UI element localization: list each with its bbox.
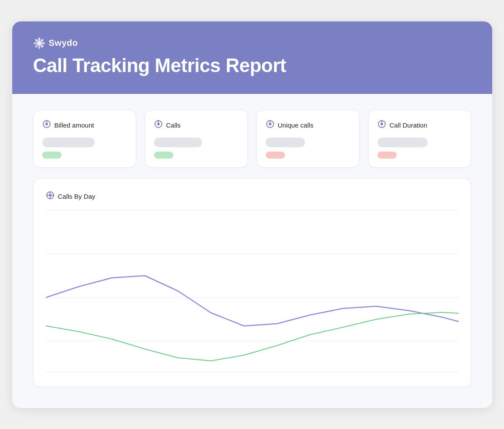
- svg-point-7: [34, 42, 37, 44]
- chart-header: Calls By Day: [46, 191, 459, 202]
- metric-change-bar-call-duration: [377, 152, 397, 159]
- metric-card-calls: Calls: [145, 110, 248, 168]
- logo-text: Swydo: [49, 38, 78, 48]
- chart-icon: [46, 191, 55, 202]
- swydo-logo-icon: [33, 37, 45, 49]
- metric-label-calls: Calls: [166, 121, 181, 129]
- svg-point-16: [269, 123, 271, 125]
- metric-change-bar-billed-amount: [42, 152, 62, 159]
- metric-card-call-duration: Call Duration: [368, 110, 471, 168]
- svg-point-0: [37, 41, 41, 45]
- metric-change-bar-calls: [154, 152, 173, 159]
- report-header: Swydo Call Tracking Metrics Report: [12, 21, 492, 94]
- metric-card-header-calls: Calls: [154, 120, 239, 131]
- svg-point-5: [38, 45, 40, 49]
- metric-card-header-unique-calls: Unique calls: [266, 120, 350, 131]
- report-container: Swydo Call Tracking Metrics Report Bille…: [12, 21, 492, 408]
- metric-card-billed-amount: Billed amount: [33, 110, 136, 168]
- report-body: Billed amount Calls: [12, 94, 492, 408]
- report-title: Call Tracking Metrics Report: [33, 55, 471, 76]
- chart-title: Calls By Day: [58, 193, 96, 200]
- chart-area: [46, 210, 459, 376]
- metric-value-bar-call-duration: [377, 138, 428, 147]
- metric-icon-call-duration: [377, 120, 386, 131]
- logo: Swydo: [33, 37, 471, 49]
- metric-label-call-duration: Call Duration: [390, 121, 428, 129]
- line-chart-svg: [46, 210, 459, 376]
- metric-card-header-call-duration: Call Duration: [377, 120, 462, 131]
- metric-icon-billed-amount: [42, 120, 51, 131]
- metric-label-billed-amount: Billed amount: [55, 121, 94, 129]
- metric-label-unique-calls: Unique calls: [278, 121, 314, 129]
- metric-value-bar-unique-calls: [266, 138, 305, 147]
- metric-card-unique-calls: Unique calls: [257, 110, 360, 168]
- svg-point-22: [49, 194, 51, 197]
- svg-point-3: [41, 42, 45, 44]
- metric-icon-unique-calls: [266, 120, 274, 131]
- metric-value-bar-billed-amount: [42, 138, 95, 147]
- svg-point-19: [381, 123, 383, 125]
- svg-point-13: [157, 123, 160, 125]
- svg-point-10: [45, 123, 48, 125]
- metric-value-bar-calls: [154, 138, 202, 147]
- metric-cards: Billed amount Calls: [33, 110, 471, 168]
- metric-card-header-billed-amount: Billed amount: [42, 120, 127, 131]
- svg-point-1: [38, 38, 40, 41]
- metric-change-bar-unique-calls: [266, 152, 285, 159]
- chart-card: Calls By Day: [33, 178, 471, 387]
- metric-icon-calls: [154, 120, 163, 131]
